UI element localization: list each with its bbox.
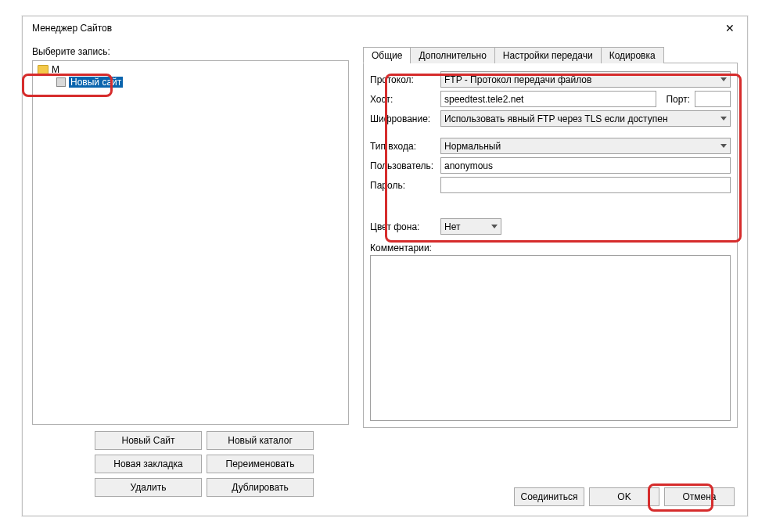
site-manager-dialog: Менеджер Сайтов ✕ Выберите запись: М Нов…	[22, 16, 748, 516]
new-site-button[interactable]: Новый Сайт	[95, 431, 202, 450]
general-form: Протокол: FTP - Протокол передачи файлов…	[363, 63, 738, 428]
connect-button[interactable]: Соединиться	[514, 487, 584, 506]
logon-value: Нормальный	[444, 141, 501, 152]
bgcolor-select[interactable]: Нет	[440, 218, 501, 235]
tab-advanced[interactable]: Дополнительно	[410, 47, 494, 63]
tree-root-label: М	[52, 64, 59, 75]
logon-label: Тип входа:	[370, 141, 436, 152]
left-column: Выберите запись: М Новый сайт Новый Сайт…	[32, 46, 349, 497]
rename-button[interactable]: Переименовать	[207, 455, 314, 473]
tree-site-item[interactable]: Новый сайт	[34, 77, 347, 88]
site-tree[interactable]: М Новый сайт	[32, 60, 349, 425]
comments-textarea[interactable]	[370, 255, 731, 421]
tab-transfer[interactable]: Настройки передачи	[494, 47, 602, 63]
encryption-value: Использовать явный FTP через TLS если до…	[444, 113, 668, 124]
encryption-label: Шифрование:	[370, 113, 436, 124]
dialog-content: Выберите запись: М Новый сайт Новый Сайт…	[23, 40, 747, 506]
site-icon	[56, 77, 66, 87]
bgcolor-value: Нет	[444, 221, 460, 232]
user-input[interactable]	[440, 157, 731, 174]
entry-buttons: Новый Сайт Новый каталог Новая закладка …	[95, 431, 314, 497]
dialog-footer: Соединиться OK Отмена	[514, 487, 735, 506]
new-bookmark-button[interactable]: Новая закладка	[95, 455, 202, 473]
delete-button[interactable]: Удалить	[95, 478, 202, 497]
host-label: Хост:	[370, 94, 436, 105]
new-folder-button[interactable]: Новый каталог	[207, 431, 314, 450]
port-input[interactable]	[695, 91, 731, 107]
protocol-label: Протокол:	[370, 74, 436, 85]
host-input[interactable]	[440, 91, 656, 107]
port-label: Порт:	[666, 94, 690, 105]
window-title: Менеджер Сайтов	[32, 23, 112, 34]
comments-label: Комментарии:	[370, 243, 731, 253]
cancel-button[interactable]: Отмена	[664, 487, 735, 506]
protocol-value: FTP - Протокол передачи файлов	[444, 74, 591, 85]
tree-site-label: Новый сайт	[69, 77, 123, 88]
user-label: Пользователь:	[370, 160, 436, 171]
password-input[interactable]	[440, 177, 731, 193]
bgcolor-label: Цвет фона:	[370, 221, 436, 232]
right-column: Общие Дополнительно Настройки передачи К…	[363, 46, 738, 497]
encryption-select[interactable]: Использовать явный FTP через TLS если до…	[440, 110, 731, 127]
logon-select[interactable]: Нормальный	[440, 138, 731, 154]
select-entry-label: Выберите запись:	[32, 46, 349, 57]
tab-general[interactable]: Общие	[363, 47, 411, 63]
close-icon[interactable]: ✕	[719, 19, 741, 38]
protocol-select[interactable]: FTP - Протокол передачи файлов	[440, 71, 731, 88]
ok-button[interactable]: OK	[589, 487, 659, 506]
duplicate-button[interactable]: Дублировать	[207, 478, 314, 497]
tree-root[interactable]: М	[34, 64, 347, 75]
folder-icon	[38, 65, 49, 74]
titlebar: Менеджер Сайтов ✕	[23, 16, 747, 40]
tabs: Общие Дополнительно Настройки передачи К…	[363, 46, 738, 63]
tab-charset[interactable]: Кодировка	[601, 47, 664, 63]
password-label: Пароль:	[370, 180, 436, 191]
